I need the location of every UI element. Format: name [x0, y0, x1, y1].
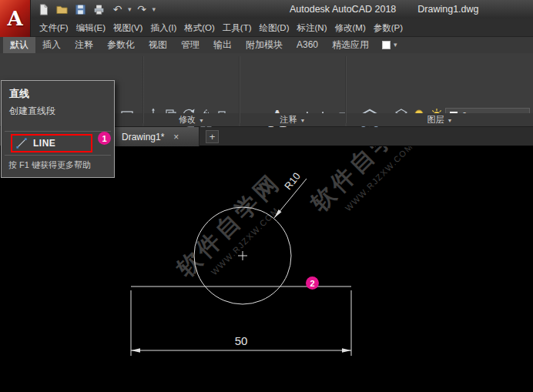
- app-title: Autodesk AutoCAD 2018: [290, 4, 396, 15]
- line-command-row[interactable]: LINE: [11, 134, 92, 152]
- menu-insert[interactable]: 插入(I): [146, 18, 180, 37]
- panel-expand-icon: ▼: [300, 118, 306, 123]
- tab-addins[interactable]: 附加模块: [239, 37, 290, 53]
- line-command-label: LINE: [33, 138, 55, 149]
- undo-dropdown-icon[interactable]: ▾: [128, 6, 132, 13]
- watermark: 软件自学网 WWW.RJZXW.COM 软件自学网 WWW.RJZXW.COM: [172, 146, 420, 282]
- drawing-canvas[interactable]: 软件自学网 WWW.RJZXW.COM 软件自学网 WWW.RJZXW.COM …: [0, 146, 533, 392]
- save-icon[interactable]: [72, 2, 89, 17]
- modify-panel-label[interactable]: 修改▼: [144, 113, 239, 126]
- title-bar: ↶ ▾ ↷ ▾ Autodesk AutoCAD 2018 Drawing1.d…: [0, 0, 533, 18]
- autocad-logo-letter: A: [7, 7, 22, 30]
- file-tab-label: Drawing1*: [122, 132, 164, 142]
- redo-icon[interactable]: ↷: [134, 2, 150, 17]
- document-title: Drawing1.dwg: [417, 4, 478, 15]
- tooltip-title: 直线: [2, 81, 114, 101]
- autocad-window: ↶ ▾ ↷ ▾ Autodesk AutoCAD 2018 Drawing1.d…: [0, 0, 533, 392]
- step-1-badge: 1: [98, 132, 111, 145]
- dim-arrow-right: [342, 348, 351, 353]
- tab-manage[interactable]: 管理: [174, 37, 206, 53]
- line-command-icon: [15, 137, 28, 149]
- autocad-logo[interactable]: A: [0, 0, 31, 37]
- quick-access-toolbar: ↶ ▾ ↷ ▾: [35, 2, 156, 17]
- layers-panel-label[interactable]: 图层▼: [347, 113, 533, 126]
- step-2-badge: 2: [306, 276, 319, 290]
- tab-a360[interactable]: A360: [290, 37, 325, 53]
- new-file-icon[interactable]: [35, 2, 52, 17]
- tab-featured-apps[interactable]: 精选应用: [325, 37, 376, 53]
- qat-dropdown-icon[interactable]: ▾: [153, 6, 156, 13]
- linear-dim-text: 50: [235, 334, 248, 347]
- menu-tools[interactable]: 工具(T): [219, 18, 256, 37]
- drawing-svg: 软件自学网 WWW.RJZXW.COM 软件自学网 WWW.RJZXW.COM …: [0, 146, 533, 392]
- radius-dim-text: R10: [282, 170, 303, 192]
- tooltip-divider: [5, 131, 111, 132]
- tab-home[interactable]: 默认: [3, 37, 35, 53]
- panel-expand-icon: ▼: [448, 118, 453, 123]
- undo-icon[interactable]: ↶: [109, 2, 126, 17]
- file-tab-drawing1[interactable]: Drawing1* ×: [115, 127, 199, 146]
- ribbon-display-icon[interactable]: [382, 41, 391, 49]
- new-tab-button[interactable]: +: [206, 130, 219, 143]
- plot-icon[interactable]: [91, 2, 107, 17]
- tab-annotate[interactable]: 注释: [68, 37, 100, 53]
- tooltip-help-text: 按 F1 键获得更多帮助: [2, 156, 114, 173]
- tab-view[interactable]: 视图: [142, 37, 174, 53]
- annotate-panel-label[interactable]: 注释▼: [240, 113, 345, 126]
- tab-parametric[interactable]: 参数化: [100, 37, 142, 53]
- line-tooltip: 直线 创建直线段 LINE 按 F1 键获得更多帮助: [1, 80, 115, 178]
- menu-format[interactable]: 格式(O): [180, 18, 219, 37]
- menu-draw[interactable]: 绘图(D): [256, 18, 293, 37]
- window-title: Autodesk AutoCAD 2018 Drawing1.dwg: [290, 0, 479, 18]
- tooltip-description: 创建直线段: [2, 101, 114, 118]
- close-tab-icon[interactable]: ×: [173, 132, 179, 142]
- svg-text:软件自学网: 软件自学网: [172, 168, 286, 282]
- menu-parametric[interactable]: 参数(P): [370, 18, 407, 37]
- menu-view[interactable]: 视图(V): [109, 18, 146, 37]
- dim-arrow-left: [131, 348, 140, 353]
- ribbon-tab-bar: 默认 插入 注释 参数化 视图 管理 输出 附加模块 A360 精选应用 ▾: [0, 37, 533, 53]
- menu-modify[interactable]: 修改(M): [330, 18, 369, 37]
- tab-output[interactable]: 输出: [206, 37, 239, 53]
- tab-insert[interactable]: 插入: [35, 37, 68, 53]
- open-file-icon[interactable]: [54, 2, 70, 17]
- menu-bar: 文件(F) 编辑(E) 视图(V) 插入(I) 格式(O) 工具(T) 绘图(D…: [0, 18, 533, 37]
- panel-expand-icon: ▼: [199, 118, 204, 123]
- menu-file[interactable]: 文件(F): [35, 18, 72, 37]
- menu-dimension[interactable]: 标注(N): [293, 18, 331, 37]
- ribbon-display-dropdown-icon[interactable]: ▾: [394, 42, 397, 49]
- menu-edit[interactable]: 编辑(E): [72, 18, 109, 37]
